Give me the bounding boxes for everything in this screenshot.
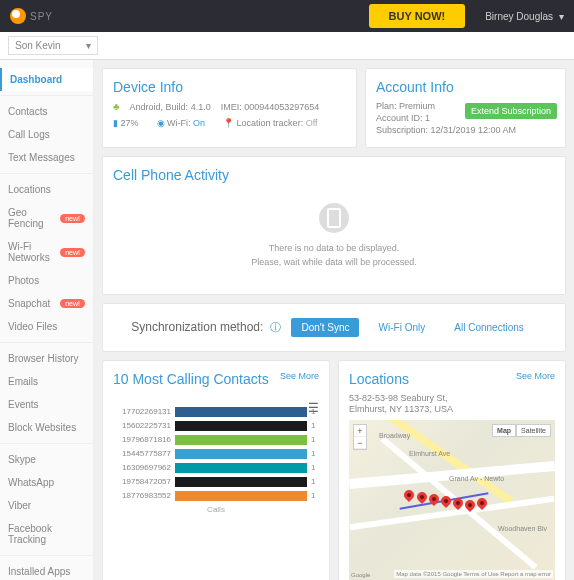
chart-menu-icon[interactable]: ☰ (308, 401, 319, 415)
zoom-in-button[interactable]: + (354, 425, 366, 437)
wifi-icon: ◉ (157, 118, 165, 128)
sub-bar: Son Kevin ▾ (0, 32, 574, 60)
card-title: Device Info (113, 79, 346, 95)
chart-bar-row: 156022257311 (113, 421, 319, 431)
device-info-card: Device Info ♣ Android, Build: 4.1.0 IMEI… (102, 68, 357, 148)
contacts-card: See More 10 Most Calling Contacts ☰ 1770… (102, 360, 330, 580)
logo: SPY (10, 8, 53, 24)
extend-subscription-button[interactable]: Extend Subscription (465, 103, 557, 119)
sync-wifi-button[interactable]: Wi-Fi Only (369, 318, 436, 337)
new-badge: new! (60, 299, 85, 308)
satellite-button[interactable]: Satellite (516, 424, 551, 437)
sidebar-item-wi-fi-networks[interactable]: Wi-Fi Networksnew! (0, 235, 93, 269)
top-bar: SPY BUY NOW! Birney Douglas ▾ (0, 0, 574, 32)
map-type-toggle: Map Satellite (492, 424, 551, 437)
logo-icon (10, 8, 26, 24)
account-info-card: Account Info Plan: Premium Account ID: 1… (365, 68, 566, 148)
sidebar-item-call-logs[interactable]: Call Logs (0, 123, 93, 146)
map-pin[interactable] (402, 488, 416, 502)
info-icon[interactable]: ⓘ (270, 321, 281, 333)
map[interactable]: Elmhurst Ave Grand Av - Newto Broadway W… (349, 420, 555, 580)
sidebar-item-locations[interactable]: Locations (0, 178, 93, 201)
new-badge: new! (60, 214, 85, 223)
sidebar-item-contacts[interactable]: Contacts (0, 100, 93, 123)
brand-text: SPY (30, 11, 53, 22)
sidebar-item-snapchat[interactable]: Snapchatnew! (0, 292, 93, 315)
chart-caption: Calls (113, 505, 319, 514)
map-button[interactable]: Map (492, 424, 516, 437)
map-zoom: + − (353, 424, 367, 450)
sidebar-item-dashboard[interactable]: Dashboard (0, 68, 93, 91)
see-more-link[interactable]: See More (280, 371, 319, 381)
sidebar-item-photos[interactable]: Photos (0, 269, 93, 292)
chevron-down-icon: ▾ (86, 40, 91, 51)
sidebar-item-emails[interactable]: Emails (0, 370, 93, 393)
locations-card: See More Locations 53-82-53-98 Seabury S… (338, 360, 566, 580)
map-attribution: Map data ©2015 Google Terms of Use Repor… (394, 570, 553, 578)
sidebar-item-viber[interactable]: Viber (0, 494, 93, 517)
sync-label: Synchronization method: (131, 320, 263, 334)
location-icon: 📍 (223, 118, 234, 128)
battery-icon: ▮ (113, 118, 118, 128)
chevron-down-icon: ▾ (559, 11, 564, 22)
sync-dont-button[interactable]: Don't Sync (291, 318, 359, 337)
sync-card: Synchronization method: ⓘ Don't Sync Wi-… (102, 303, 566, 352)
card-title: Account Info (376, 79, 555, 95)
sync-all-button[interactable]: All Connections (444, 318, 533, 337)
main-content: Device Info ♣ Android, Build: 4.1.0 IMEI… (94, 60, 574, 580)
sidebar-item-events[interactable]: Events (0, 393, 93, 416)
sidebar-item-installed-apps[interactable]: Installed Apps (0, 560, 93, 580)
sidebar-item-skype[interactable]: Skype (0, 448, 93, 471)
sidebar: DashboardContactsCall LogsText MessagesL… (0, 60, 94, 580)
chart-bar-row: 197584720571 (113, 477, 319, 487)
activity-card: Cell Phone Activity There is no data to … (102, 156, 566, 295)
location-address: 53-82-53-98 Seabury St, Elmhurst, NY 113… (349, 393, 555, 416)
chart-bar-row: 163096979621 (113, 463, 319, 473)
sidebar-item-browser-history[interactable]: Browser History (0, 347, 93, 370)
new-badge: new! (60, 248, 85, 257)
sidebar-item-block-websites[interactable]: Block Websites (0, 416, 93, 439)
device-picker-label: Son Kevin (15, 40, 61, 51)
map-attribution: Google (351, 572, 370, 578)
see-more-link[interactable]: See More (516, 371, 555, 381)
buy-now-button[interactable]: BUY NOW! (369, 4, 466, 28)
chart-bar-row: 187769835521 (113, 491, 319, 501)
android-icon: ♣ (113, 101, 120, 112)
phone-icon (319, 203, 349, 233)
sidebar-item-facebook-tracking[interactable]: Facebook Tracking (0, 517, 93, 551)
user-name: Birney Douglas (485, 11, 553, 22)
empty-state-text: There is no data to be displayed. Please… (127, 241, 541, 270)
sidebar-item-video-files[interactable]: Video Files (0, 315, 93, 338)
chart-bar-row: 197968718161 (113, 435, 319, 445)
sidebar-item-whatsapp[interactable]: WhatsApp (0, 471, 93, 494)
user-menu[interactable]: Birney Douglas ▾ (485, 11, 564, 22)
sidebar-item-geo-fencing[interactable]: Geo Fencingnew! (0, 201, 93, 235)
zoom-out-button[interactable]: − (354, 437, 366, 449)
device-picker[interactable]: Son Kevin ▾ (8, 36, 98, 55)
chart-bar-row: 177022691311 (113, 407, 319, 417)
contacts-chart: 1770226913111560222573111979687181611544… (113, 407, 319, 501)
sidebar-item-text-messages[interactable]: Text Messages (0, 146, 93, 169)
chart-bar-row: 154457758771 (113, 449, 319, 459)
card-title: Cell Phone Activity (113, 167, 555, 183)
